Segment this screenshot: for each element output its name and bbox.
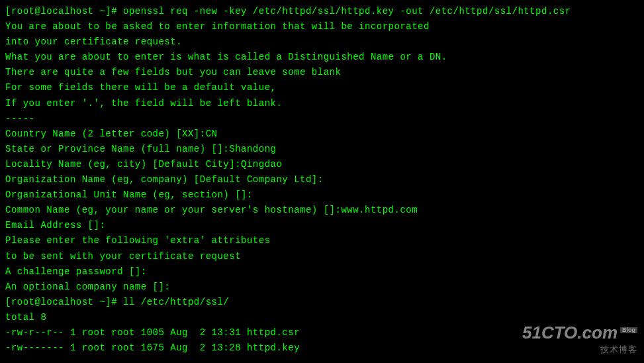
output-line: Please enter the following 'extra' attri… bbox=[5, 233, 639, 248]
watermark: 51CTO.comBlog 技术博客 bbox=[522, 324, 637, 356]
output-line: If you enter '.', the field will be left… bbox=[5, 96, 639, 111]
output-line: ----- bbox=[5, 111, 639, 127]
input-company-name: An optional company name []: bbox=[5, 280, 639, 295]
output-line: You are about to be asked to enter infor… bbox=[5, 19, 639, 34]
prompt-line-ll: [root@localhost ~]# ll /etc/httpd/ssl/ bbox=[5, 295, 639, 310]
input-organizational-unit: Organizational Unit Name (eg, section) [… bbox=[5, 187, 639, 203]
input-locality-name: Locality Name (eg, city) [Default City]:… bbox=[5, 157, 639, 172]
input-email-address: Email Address []: bbox=[5, 218, 639, 233]
input-organization-name: Organization Name (eg, company) [Default… bbox=[5, 172, 639, 187]
output-line: into your certificate request. bbox=[5, 34, 639, 50]
input-common-name: Common Name (eg, your name or your serve… bbox=[5, 203, 639, 218]
output-line: There are quite a few fields but you can… bbox=[5, 65, 639, 80]
watermark-sub-text: 技术博客 bbox=[522, 342, 637, 356]
prompt-line-openssl: [root@localhost ~]# openssl req -new -ke… bbox=[5, 4, 639, 19]
output-line: to be sent with your certificate request bbox=[5, 249, 639, 264]
watermark-main-text: 51CTO.comBlog bbox=[522, 324, 637, 341]
terminal-output[interactable]: [root@localhost ~]# openssl req -new -ke… bbox=[5, 4, 639, 356]
input-country-name: Country Name (2 letter code) [XX]:CN bbox=[5, 127, 639, 142]
output-line: What you are about to enter is what is c… bbox=[5, 50, 639, 65]
output-line: For some fields there will be a default … bbox=[5, 80, 639, 95]
input-challenge-password: A challenge password []: bbox=[5, 264, 639, 280]
watermark-blog-badge: Blog bbox=[620, 327, 637, 333]
input-state-name: State or Province Name (full name) []:Sh… bbox=[5, 142, 639, 157]
